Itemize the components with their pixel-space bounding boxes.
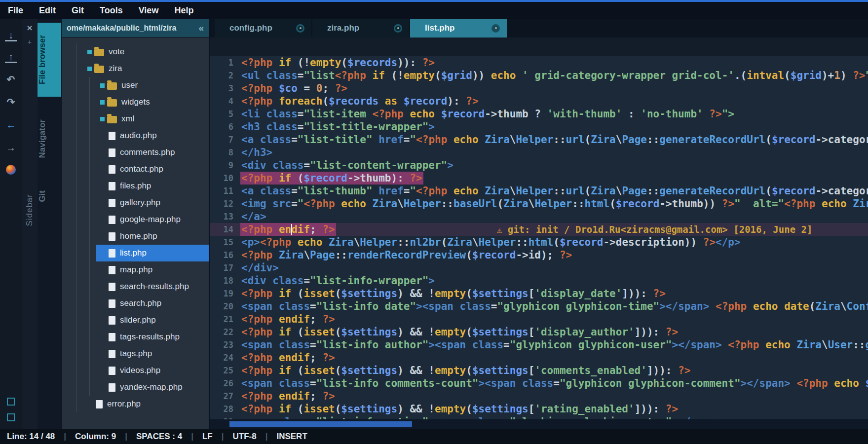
tree-item-error.php[interactable]: error.php	[62, 396, 209, 412]
tree-item-slider.php[interactable]: slider.php	[62, 312, 209, 329]
code-line-8[interactable]: 8</h3>	[210, 146, 868, 159]
code-line-text: <div class="list-info-wrapper">	[240, 274, 868, 287]
code-line-5[interactable]: 5<li class="list-item <?php echo $record…	[210, 108, 868, 120]
tree-item-search-results.php[interactable]: search-results.php	[62, 278, 209, 295]
tree-item-tags.php[interactable]: tags.php	[62, 345, 209, 362]
tree-item-content: tags.php	[96, 345, 209, 362]
tree-guide	[83, 111, 96, 127]
tree-item-zira[interactable]: zira	[62, 60, 209, 77]
code-line-3[interactable]: 3<?php $co = 0; ?>	[210, 82, 868, 95]
forward-icon[interactable]: →	[5, 142, 17, 154]
code-line-4[interactable]: 4<?php foreach($records as $record): ?>	[210, 95, 868, 108]
code-line-22[interactable]: 22<?php if (isset($settings) && !empty($…	[210, 326, 868, 338]
undo-icon[interactable]: ↶	[5, 74, 17, 86]
horizontal-scrollbar-thumb[interactable]	[229, 421, 412, 427]
expand-marker-icon[interactable]	[84, 67, 94, 71]
tree-item-gallery.php[interactable]: gallery.php	[62, 194, 209, 211]
tree-item-yandex-map.php[interactable]: yandex-map.php	[62, 379, 209, 396]
code-line-15[interactable]: 15<p><?php echo Zira\Helper::nl2br(Zira\…	[210, 236, 868, 249]
expand-marker-icon[interactable]	[84, 50, 94, 54]
tree-item-content: tags-results.php	[96, 329, 209, 345]
panel-bottom-icon-2[interactable]	[7, 413, 15, 421]
tree-item-vote[interactable]: vote	[62, 43, 209, 60]
tree-item-home.php[interactable]: home.php	[62, 228, 209, 245]
sidebar-tab-git[interactable]: Git	[38, 181, 61, 212]
redo-icon[interactable]: ↷	[5, 97, 17, 109]
code-line-18[interactable]: 18<div class="list-info-wrapper">	[210, 274, 868, 287]
tree-item-content: contact.php	[96, 161, 209, 178]
tree-item-audio.php[interactable]: audio.php	[62, 127, 209, 144]
code-line-11[interactable]: 11<a class="list-thumb" href="<?php echo…	[210, 185, 868, 197]
panel-bottom-icon-1[interactable]	[7, 398, 15, 406]
tree-item-search.php[interactable]: search.php	[62, 295, 209, 312]
menu-item-git[interactable]: Git	[72, 5, 84, 16]
tree-item-tags-results.php[interactable]: tags-results.php	[62, 329, 209, 345]
expand-marker-icon[interactable]	[97, 100, 107, 105]
code-line-27[interactable]: 27<?php endif; ?>	[210, 390, 868, 403]
tree-item-widgets[interactable]: widgets	[62, 94, 209, 111]
menu-item-tools[interactable]: Tools	[100, 5, 123, 16]
pin-icon[interactable]: +	[28, 37, 32, 46]
tree-item-content: comments.php	[96, 144, 209, 161]
code-line-17[interactable]: 17</div>	[210, 261, 868, 274]
code-line-26[interactable]: 26<span class="list-info comments-count"…	[210, 377, 868, 390]
code-line-20[interactable]: 20<span class="list-info date"><span cla…	[210, 300, 868, 313]
sidebar-tab-file-browser[interactable]: File browser	[38, 23, 61, 97]
download-icon[interactable]: ↓	[5, 31, 17, 41]
color-sphere-icon[interactable]	[6, 165, 16, 175]
close-icon[interactable]: ×	[27, 23, 32, 34]
path-input[interactable]: ome/makaka/public_html/zira «	[62, 19, 209, 37]
tree-item-contact.php[interactable]: contact.php	[62, 161, 209, 178]
code-line-1[interactable]: 1<?php if (!empty($records)): ?>	[210, 56, 868, 69]
horizontal-scrollbar[interactable]	[210, 419, 868, 429]
tree-guide	[83, 144, 96, 161]
code-line-21[interactable]: 21<?php endif; ?>	[210, 313, 868, 326]
expand-marker-icon[interactable]	[97, 117, 107, 121]
code-line-16[interactable]: 16<?php Zira\Page::renderRecordPreview($…	[210, 249, 868, 261]
editor-tab-list.php[interactable]: list.php	[410, 19, 507, 37]
tree-item-content: zira	[83, 60, 209, 77]
menu-item-file[interactable]: File	[8, 5, 23, 16]
menu-item-edit[interactable]: Edit	[39, 5, 56, 16]
upload-icon[interactable]: ↑	[5, 52, 17, 63]
expand-marker-icon[interactable]	[97, 83, 107, 88]
code-line-7[interactable]: 7<a class="list-title" href="<?php echo …	[210, 133, 868, 146]
tree-item-list.php[interactable]: list.php	[62, 245, 209, 261]
menu-item-view[interactable]: View	[139, 5, 159, 16]
code-line-9[interactable]: 9<div class="list-content-wrapper">	[210, 159, 868, 172]
line-number: 20	[210, 300, 240, 313]
tab-close-icon[interactable]	[394, 24, 402, 33]
tree-item-google-map.php[interactable]: google-map.php	[62, 211, 209, 228]
tree-item-label: search.php	[120, 298, 161, 308]
code-line-14[interactable]: 14<?php endif; ?>⚠ git: init / Dro1d.Ru<…	[210, 223, 868, 236]
code-line-29[interactable]: 29<span class="list-info rating"><span c…	[210, 415, 868, 419]
back-icon[interactable]: ←	[5, 119, 17, 131]
sidebar-tab-navigator[interactable]: Navigator	[38, 110, 61, 168]
tree-guide	[71, 178, 83, 194]
code-line-24[interactable]: 24<?php endif; ?>	[210, 351, 868, 364]
tree-item-videos.php[interactable]: videos.php	[62, 362, 209, 379]
menu-item-help[interactable]: Help	[174, 5, 193, 16]
code-view[interactable]: 1<?php if (!empty($records)): ?>2<ul cla…	[210, 56, 868, 419]
tree-item-map.php[interactable]: map.php	[62, 261, 209, 278]
code-line-28[interactable]: 28<?php if (isset($settings) && !empty($…	[210, 403, 868, 415]
code-line-23[interactable]: 23<span class="list-info author"><span c…	[210, 338, 868, 351]
folder-icon	[107, 116, 117, 123]
editor-tab-zira.php[interactable]: zira.php	[312, 19, 409, 37]
code-line-25[interactable]: 25<?php if (isset($settings) && !empty($…	[210, 364, 868, 377]
tree-item-xml[interactable]: xml	[62, 111, 209, 127]
tree-item-user[interactable]: user	[62, 77, 209, 94]
code-line-2[interactable]: 2<ul class="list<?php if (!empty($grid))…	[210, 69, 868, 82]
code-line-13[interactable]: 13</a>	[210, 210, 868, 223]
code-line-12[interactable]: 12<img src="<?php echo Zira\Helper::base…	[210, 197, 868, 210]
tree-guide	[71, 228, 83, 245]
tab-close-icon[interactable]	[491, 24, 500, 33]
tab-close-icon[interactable]	[296, 24, 304, 33]
tree-item-files.php[interactable]: files.php	[62, 178, 209, 194]
editor-tab-config.php[interactable]: config.php	[215, 19, 311, 37]
tree-item-comments.php[interactable]: comments.php	[62, 144, 209, 161]
code-line-10[interactable]: 10<?php if ($record->thumb): ?>	[210, 172, 868, 185]
code-line-6[interactable]: 6<h3 class="list-title-wrapper">	[210, 120, 868, 133]
collapse-path-icon[interactable]: «	[198, 23, 204, 34]
code-line-19[interactable]: 19<?php if (isset($settings) && !empty($…	[210, 287, 868, 300]
